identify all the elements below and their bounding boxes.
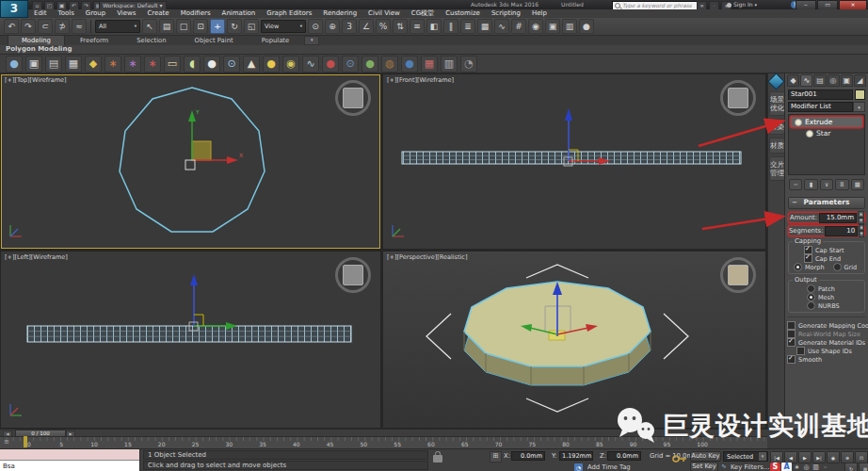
spinner-snap-icon[interactable]: ⇅ <box>393 19 408 34</box>
y-coordinate-field[interactable]: 1.192mm <box>559 451 593 461</box>
select-object-icon[interactable]: ↖ <box>142 19 157 34</box>
viewport-left[interactable]: [+][Left][Wireframe] <box>1 252 380 428</box>
select-and-rotate-icon[interactable]: ↻ <box>227 19 242 34</box>
parameters-rollout-header[interactable]: Parameters <box>788 197 865 209</box>
display-tab[interactable]: ▣ <box>841 74 853 87</box>
plugin-clipboard-icon[interactable]: ▥ <box>441 56 458 73</box>
plugin-dome-icon[interactable]: ◖ <box>184 56 201 73</box>
menu-views[interactable]: Views <box>111 9 141 18</box>
absolute-mode-icon[interactable]: ⊞ <box>490 451 502 463</box>
viewcube-icon[interactable] <box>720 257 756 293</box>
selection-filter-dropdown[interactable]: All▾ <box>95 20 140 33</box>
add-time-tag[interactable]: Add Time Tag <box>587 463 631 471</box>
ribbon-toggle-icon[interactable]: ▦ <box>477 19 492 34</box>
mesh-radio[interactable]: Mesh <box>791 293 862 301</box>
ime-mode-icon[interactable]: A <box>781 463 792 471</box>
object-name-field[interactable]: Star001 <box>788 89 853 100</box>
ime-icon[interactable]: ▥ <box>812 463 820 471</box>
viewcube-icon[interactable] <box>720 80 756 116</box>
z-coordinate-field[interactable]: 0.0mm <box>607 451 641 461</box>
selection-lock-icon[interactable] <box>433 455 442 463</box>
viewport-top-label[interactable]: [+][Top][Wireframe] <box>5 76 67 84</box>
amount-field[interactable]: 15.0mm <box>819 213 857 223</box>
window-crossing-icon[interactable]: ⊡ <box>193 19 208 34</box>
current-frame-marker[interactable] <box>24 436 27 447</box>
unlink-selection-icon[interactable]: ⊅ <box>55 19 70 34</box>
side-tab-scene-optimize[interactable]: 场景优化 <box>769 91 785 116</box>
utilities-tab[interactable]: ◢ <box>854 74 866 87</box>
menu-modifiers[interactable]: Modifiers <box>175 9 217 18</box>
viewcube-icon[interactable] <box>335 80 371 116</box>
side-tab-render[interactable]: 渲染 <box>769 119 785 135</box>
redo-icon[interactable]: ↷ <box>21 19 36 34</box>
ime-icon[interactable]: ◎ <box>802 463 811 471</box>
generate-material-ids-checkbox[interactable]: Generate Material IDs <box>785 338 868 347</box>
menu-help[interactable]: Help <box>526 9 553 18</box>
menu-create[interactable]: Create <box>141 9 174 18</box>
amount-spinner[interactable]: ▲▼ <box>858 211 864 224</box>
orbit-tool-icon[interactable]: ↻ <box>844 463 858 471</box>
menu-animation[interactable]: Animation <box>217 9 262 18</box>
menu-cg[interactable]: CG模堂 <box>406 9 440 18</box>
tab-populate[interactable]: Populate <box>249 36 303 45</box>
viewport-front-label[interactable]: [+][Front][Wireframe] <box>387 76 454 84</box>
viewport-top[interactable]: [+][Top][Wireframe] Y X <box>1 74 380 249</box>
set-key-button[interactable]: Set Key <box>690 462 718 471</box>
percent-snap-icon[interactable]: % <box>376 19 391 34</box>
select-and-link-icon[interactable]: ⊂ <box>38 19 53 34</box>
sign-in-button[interactable]: Sign In ▾ <box>727 1 757 8</box>
snaps-toggle-icon[interactable]: 3 <box>342 19 357 34</box>
viewcube-icon[interactable] <box>335 257 371 293</box>
create-tab[interactable]: ◆ <box>787 74 799 87</box>
plugin-pot-icon[interactable]: ◍ <box>381 56 398 73</box>
chevron-down-icon[interactable]: ▾ <box>853 102 865 112</box>
generate-mapping-coords-checkbox[interactable]: Generate Mapping Coords. <box>785 321 868 330</box>
tab-selection[interactable]: Selection <box>123 36 179 45</box>
use-pivot-point-icon[interactable]: ⊙ <box>308 19 323 34</box>
grid-radio[interactable]: Grid <box>830 263 858 271</box>
ime-icon[interactable]: ∗ <box>793 463 801 471</box>
pin-stack-button[interactable]: − <box>789 179 802 190</box>
open-mini-curve-editor-icon[interactable]: ≡ <box>4 438 9 446</box>
remove-modifier-button[interactable]: 8 <box>835 179 848 190</box>
reference-coordinate-dropdown[interactable]: View▾ <box>261 20 306 33</box>
ime-logo-icon[interactable]: S <box>770 463 780 471</box>
layer-manager-icon[interactable]: ≣ <box>460 19 475 34</box>
plugin-box-icon[interactable]: ▭ <box>164 56 181 73</box>
mirror-icon[interactable]: ◧ <box>426 19 442 34</box>
menu-graph-editors[interactable]: Graph Editors <box>261 9 317 18</box>
undo-icon[interactable]: ↶ <box>4 19 19 34</box>
auto-key-button[interactable]: Auto Key <box>690 451 721 462</box>
modifier-list-dropdown[interactable]: Modifier List <box>788 102 853 112</box>
render-production-icon[interactable]: ● <box>579 19 594 34</box>
cap-end-checkbox[interactable]: Cap End <box>791 254 862 263</box>
plugin-logo-icon[interactable] <box>767 73 784 89</box>
angle-snap-icon[interactable]: ∠ <box>359 19 374 34</box>
menu-group[interactable]: Group <box>80 9 111 18</box>
make-unique-button[interactable]: ∨ <box>820 179 833 190</box>
tab-modeling[interactable]: Modeling <box>8 35 65 45</box>
maxscript-mini-listener[interactable]: Bsa <box>0 449 140 471</box>
3dsmax-logo[interactable]: 3 <box>0 0 28 18</box>
plugin-table-icon[interactable]: ▦ <box>65 56 82 73</box>
render-setup-icon[interactable]: ▣ <box>545 19 560 34</box>
plugin-bulb-icon[interactable]: ● <box>263 56 280 73</box>
plugin-sphere-blue-icon[interactable]: ● <box>6 56 23 73</box>
plugin-sphere-white-icon[interactable]: ● <box>203 56 220 73</box>
align-icon[interactable]: ‖ <box>443 19 458 34</box>
menu-customize[interactable]: Customize <box>440 9 486 18</box>
side-tab-material[interactable]: 材质 <box>769 138 785 154</box>
select-and-manipulate-icon[interactable]: ⊕ <box>325 19 340 34</box>
segments-spinner[interactable]: ▲▼ <box>859 224 864 237</box>
rendered-frame-window-icon[interactable]: ▥ <box>562 19 577 34</box>
show-end-result-button[interactable]: ▮ <box>804 179 817 190</box>
menu-edit[interactable]: Edit <box>28 9 53 18</box>
modifier-extrude[interactable]: Extrude <box>791 117 862 127</box>
smooth-checkbox[interactable]: Smooth <box>785 355 868 364</box>
plugin-eye-icon[interactable]: ⊙ <box>223 56 240 73</box>
menu-civil-view[interactable]: Civil View <box>362 9 406 18</box>
motion-tab[interactable]: ◎ <box>828 74 840 87</box>
plugin-tree-icon[interactable]: ● <box>362 56 378 73</box>
plugin-star-red-icon[interactable]: ∗ <box>144 56 161 73</box>
selection-set-dropdown[interactable]: Selected <box>723 451 768 462</box>
